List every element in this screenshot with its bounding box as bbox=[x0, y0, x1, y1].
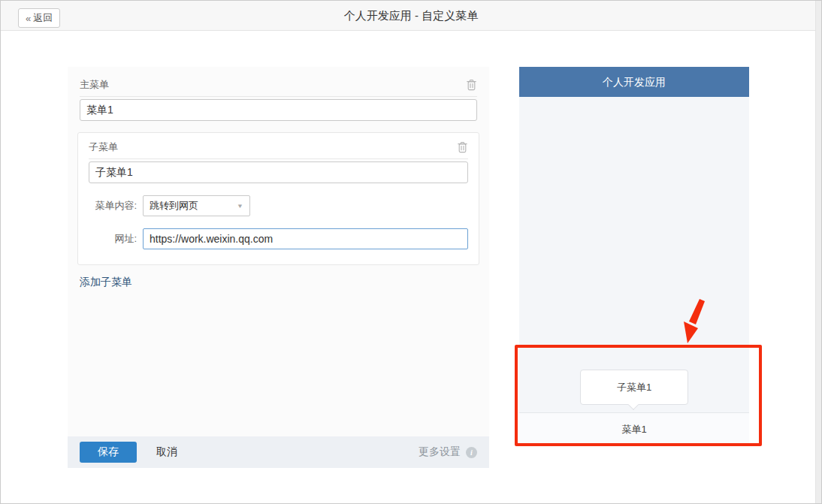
submenu-popup-item[interactable]: 子菜单1 bbox=[580, 370, 688, 405]
editor-footer: 保存 取消 更多设置 i bbox=[68, 436, 489, 468]
menu-content-row: 菜单内容: 跳转到网页 ▼ bbox=[89, 195, 468, 216]
url-row: 网址: bbox=[89, 228, 468, 249]
more-settings-label: 更多设置 bbox=[419, 445, 461, 459]
preview-app-title: 个人开发应用 bbox=[603, 76, 666, 88]
delete-submenu-button[interactable] bbox=[457, 141, 468, 153]
delete-main-menu-button[interactable] bbox=[466, 79, 477, 91]
trash-icon bbox=[457, 144, 468, 155]
main-menu-label-row: 主菜单 bbox=[80, 78, 477, 97]
main-menu-section: 主菜单 bbox=[68, 67, 489, 121]
page-title: 个人开发应用 - 自定义菜单 bbox=[1, 1, 821, 31]
preview-body: 子菜单1 bbox=[519, 97, 749, 412]
main-menu-name-input[interactable] bbox=[80, 99, 477, 121]
trash-icon bbox=[466, 82, 477, 93]
url-label: 网址: bbox=[89, 232, 137, 246]
preview-header: 个人开发应用 bbox=[519, 67, 749, 97]
scrollbar[interactable] bbox=[815, 1, 821, 503]
menu-content-select[interactable]: 跳转到网页 ▼ bbox=[143, 195, 250, 216]
popup-tail bbox=[628, 400, 639, 410]
menu-content-selected-value: 跳转到网页 bbox=[150, 199, 198, 213]
submenu-popup-label: 子菜单1 bbox=[617, 382, 651, 393]
preview-menu-bar-item[interactable]: 菜单1 bbox=[519, 412, 749, 445]
url-input[interactable] bbox=[143, 228, 468, 249]
cancel-button[interactable]: 取消 bbox=[156, 445, 177, 459]
save-button[interactable]: 保存 bbox=[80, 442, 137, 463]
chevron-down-icon: ▼ bbox=[237, 203, 243, 210]
submenu-card: 子菜单 菜单内容: 跳转到网页 ▼ 网址: bbox=[77, 132, 479, 265]
submenu-label: 子菜单 bbox=[89, 140, 118, 154]
submenu-name-input[interactable] bbox=[89, 161, 468, 183]
app-window: « 返回 个人开发应用 - 自定义菜单 主菜单 子菜单 bbox=[0, 0, 822, 504]
menu-editor-panel: 主菜单 子菜单 菜单内容: bbox=[68, 67, 489, 468]
topbar: « 返回 个人开发应用 - 自定义菜单 bbox=[1, 1, 821, 31]
info-icon[interactable]: i bbox=[466, 447, 477, 458]
add-submenu-link[interactable]: 添加子菜单 bbox=[80, 276, 132, 289]
submenu-label-row: 子菜单 bbox=[89, 140, 468, 159]
main-menu-label: 主菜单 bbox=[80, 78, 109, 92]
more-settings-link[interactable]: 更多设置 i bbox=[419, 445, 477, 459]
menu-bar-item-label: 菜单1 bbox=[621, 424, 646, 435]
menu-content-label: 菜单内容: bbox=[89, 199, 137, 213]
phone-preview: 个人开发应用 子菜单1 菜单1 bbox=[519, 67, 749, 445]
